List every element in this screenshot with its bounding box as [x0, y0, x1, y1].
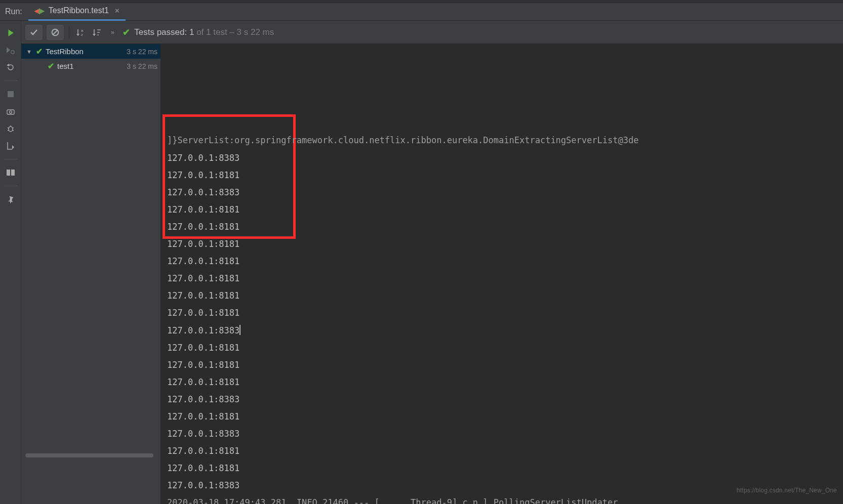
rerun-icon[interactable] [5, 27, 17, 39]
separator [69, 26, 69, 39]
sort-duration-icon[interactable] [91, 26, 103, 38]
tab-label: TestRibbon.test1 [49, 6, 109, 15]
tree-root-time: 3 s 22 ms [127, 48, 157, 56]
svg-text:z: z [81, 32, 83, 37]
status-prefix: Tests passed: [134, 27, 187, 37]
run-tab-header: Run: ◀ ▶ TestRibbon.test1 × [0, 3, 843, 21]
watermark: https://blog.csdn.net/The_New_One [737, 482, 837, 499]
tree-root-label: TestRibbon [46, 47, 123, 56]
svg-rect-6 [11, 170, 15, 176]
console-line: 127.0.0.1:8181 [161, 356, 843, 373]
console-line: 127.0.0.1:8181 [161, 287, 843, 304]
svg-rect-2 [7, 110, 14, 114]
console-line: 127.0.0.1:8181 [161, 235, 843, 253]
status-mid-a: of 1 test [196, 27, 227, 37]
svg-rect-1 [8, 91, 14, 97]
console-output[interactable]: https://blog.csdn.net/The_New_One ]}Serv… [161, 44, 843, 504]
status-count: 1 [189, 27, 194, 37]
sort-alpha-icon[interactable]: az [74, 26, 87, 38]
console-line: 127.0.0.1:8181 [161, 201, 843, 218]
stop-icon[interactable] [5, 88, 17, 100]
console-line: 127.0.0.1:8181 [161, 218, 843, 235]
svg-point-0 [11, 51, 14, 54]
console-line: 127.0.0.1:8383 [161, 322, 843, 339]
run-label: Run: [0, 7, 28, 16]
export-icon[interactable] [5, 140, 17, 152]
console-line: 127.0.0.1:8181 [161, 459, 843, 477]
rerun-failed-icon[interactable] [5, 44, 17, 56]
svg-rect-5 [7, 170, 10, 176]
run-configuration-tab[interactable]: ◀ ▶ TestRibbon.test1 × [28, 3, 126, 21]
svg-point-4 [9, 127, 13, 132]
close-icon[interactable]: × [115, 6, 119, 15]
left-tool-rail [0, 21, 21, 504]
console-line: 127.0.0.1:8181 [161, 373, 843, 391]
console-line: 127.0.0.1:8181 [161, 408, 843, 425]
console-line: 127.0.0.1:8181 [161, 442, 843, 459]
console-line: 127.0.0.1:8383 [161, 425, 843, 442]
status-mid-b: – 3 s 22 ms [229, 27, 274, 37]
check-icon: ✔ [36, 47, 43, 56]
divider [4, 186, 17, 186]
test-status: ✔ Tests passed: 1 of 1 test – 3 s 22 ms [123, 27, 274, 38]
show-ignored-button[interactable] [47, 25, 64, 40]
console-line: 127.0.0.1:8383 [161, 149, 843, 166]
divider [4, 159, 17, 159]
divider [4, 80, 17, 81]
collapse-icon[interactable]: ▼ [26, 49, 32, 55]
dump-threads-icon[interactable] [5, 105, 17, 117]
layout-icon[interactable] [5, 166, 17, 179]
test-tree-item[interactable]: ✔ test1 3 s 22 ms [21, 59, 160, 73]
test-tree[interactable]: ▼ ✔ TestRibbon 3 s 22 ms ✔ test1 3 s 22 … [21, 44, 161, 504]
svg-point-3 [9, 111, 12, 113]
console-line: 127.0.0.1:8181 [161, 270, 843, 287]
console-line: ]}ServerList:org.springframework.cloud.n… [161, 132, 843, 149]
tree-horizontal-scrollbar[interactable] [21, 453, 160, 458]
tree-item-label: test1 [57, 62, 123, 70]
check-icon: ✔ [48, 61, 54, 71]
console-line: 127.0.0.1:8383 [161, 391, 843, 408]
expand-chevron-icon[interactable]: » [107, 28, 116, 36]
console-line: 127.0.0.1:8181 [161, 253, 843, 270]
pin-icon[interactable] [5, 193, 17, 205]
run-config-icon: ◀ ▶ [34, 7, 45, 15]
console-line: 127.0.0.1:8181 [161, 339, 843, 356]
tree-item-time: 3 s 22 ms [127, 62, 157, 70]
toggle-auto-test-icon[interactable] [5, 61, 17, 73]
text-caret [239, 325, 240, 335]
console-line: 127.0.0.1:8181 [161, 304, 843, 321]
console-line: 127.0.0.1:8383 [161, 184, 843, 201]
scrollbar-thumb[interactable] [25, 453, 153, 457]
debug-icon[interactable] [5, 122, 17, 135]
show-passed-button[interactable] [25, 25, 43, 40]
check-icon: ✔ [123, 27, 130, 38]
test-toolbar: az » ✔ Tests passed: 1 of 1 test – 3 s 2… [21, 21, 843, 44]
test-tree-root[interactable]: ▼ ✔ TestRibbon 3 s 22 ms [21, 44, 160, 59]
console-line: 127.0.0.1:8181 [161, 166, 843, 184]
